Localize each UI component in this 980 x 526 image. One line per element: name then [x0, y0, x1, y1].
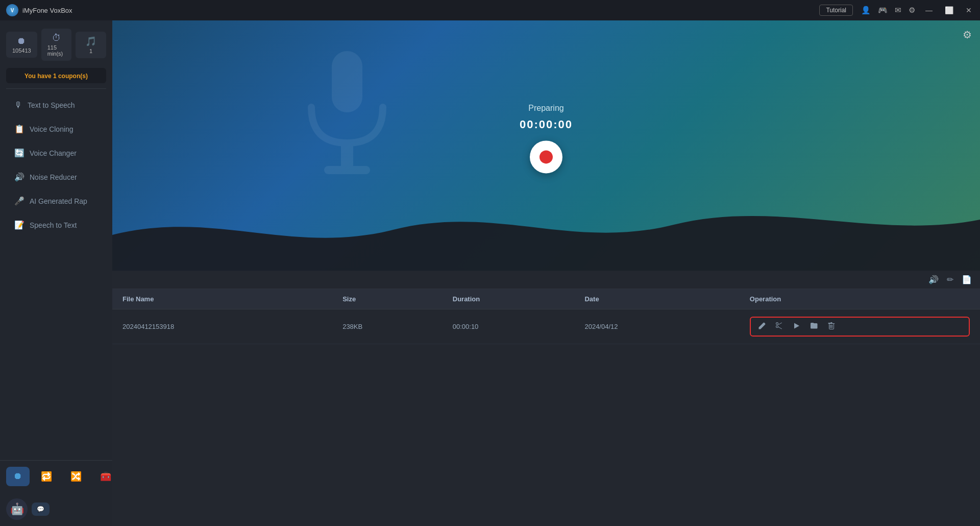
timer-display: 00:00:00	[520, 118, 573, 131]
record-dot	[540, 150, 553, 163]
status-label: Preparing	[528, 104, 564, 113]
record-nav-icon: ⏺	[13, 471, 22, 482]
tools-nav-icon: 🧰	[100, 471, 111, 482]
sidebar-label-ai-generated-rap: AI Generated Rap	[30, 197, 87, 205]
td-duration: 00:00:10	[453, 323, 585, 330]
voices-value: 1	[89, 48, 92, 54]
characters-value: 105413	[12, 47, 31, 54]
close-button[interactable]: ✕	[964, 5, 974, 15]
maximize-button[interactable]: ⬜	[943, 5, 955, 15]
wave-decoration	[112, 199, 980, 271]
chatbot-area[interactable]: 🤖 💬	[0, 492, 112, 526]
td-date: 2024/04/12	[584, 323, 749, 330]
file-table: File Name Size Duration Date Operation 2…	[112, 289, 980, 526]
op-folder-button[interactable]	[808, 320, 820, 333]
export-toolbar-icon[interactable]: 📄	[962, 275, 972, 284]
watermark-mic-icon	[291, 41, 403, 184]
edit-toolbar-icon[interactable]: ✏	[947, 275, 953, 284]
loop-nav-icon: 🔁	[41, 471, 52, 482]
titlebar: V iMyFone VoxBox Tutorial 👤 🎮 ✉ ⚙ — ⬜ ✕	[0, 0, 980, 20]
discord-icon[interactable]: 🎮	[878, 6, 888, 15]
titlebar-icons: 👤 🎮 ✉ ⚙	[861, 6, 915, 15]
file-list-area: 🔊 ✏ 📄 File Name Size Duration Date Opera…	[112, 271, 980, 526]
th-operation: Operation	[750, 295, 970, 303]
sidebar-item-ai-generated-rap[interactable]: 🎤 AI Generated Rap	[4, 189, 108, 212]
file-toolbar: 🔊 ✏ 📄	[112, 271, 980, 289]
th-filename: File Name	[122, 295, 342, 303]
th-date: Date	[584, 295, 749, 303]
sidebar-item-speech-to-text[interactable]: 📝 Speech to Text	[4, 213, 108, 236]
sidebar-label-text-to-speech: Text to Speech	[28, 101, 75, 109]
sidebar-item-voice-changer[interactable]: 🔄 Voice Changer	[4, 141, 108, 164]
stat-characters: ⏺ 105413	[6, 32, 37, 58]
recorder-center: Preparing 00:00:00	[520, 104, 573, 173]
sidebar-item-text-to-speech[interactable]: 🎙 Text to Speech	[4, 94, 108, 116]
op-cut-button[interactable]	[773, 320, 786, 333]
minimize-button[interactable]: —	[923, 5, 935, 15]
voice-changer-icon: 🔄	[14, 148, 24, 158]
svg-rect-2	[324, 166, 370, 174]
sidebar: ⏺ 105413 ⏱ 115 min(s) 🎵 1 You have 1 cou…	[0, 20, 112, 526]
coupon-banner[interactable]: You have 1 coupon(s)	[6, 68, 106, 83]
record-button[interactable]	[530, 140, 562, 173]
characters-icon: ⏺	[17, 36, 26, 46]
minutes-value: 115 min(s)	[47, 44, 66, 57]
recorder-settings-button[interactable]: ⚙	[963, 29, 972, 41]
app-title: iMyFone VoxBox	[22, 7, 819, 14]
operation-highlight-box	[750, 317, 970, 337]
table-header: File Name Size Duration Date Operation	[112, 289, 980, 309]
td-filename: 20240412153918	[122, 323, 342, 330]
th-size: Size	[342, 295, 453, 303]
sidebar-item-voice-cloning[interactable]: 📋 Voice Cloning	[4, 117, 108, 140]
window-controls: — ⬜ ✕	[923, 5, 974, 15]
td-size: 238KB	[342, 323, 453, 330]
table-row: 20240412153918 238KB 00:00:10 2024/04/12	[112, 309, 980, 344]
op-delete-button[interactable]	[825, 320, 838, 333]
app-logo: V	[6, 4, 18, 16]
op-edit-button[interactable]	[756, 320, 768, 333]
coupon-text: You have 1 coupon(s)	[24, 73, 88, 80]
profile-icon[interactable]: 👤	[861, 6, 871, 15]
bottom-nav-record[interactable]: ⏺	[6, 467, 30, 486]
sidebar-label-noise-reducer: Noise Reducer	[30, 173, 77, 181]
bottom-nav-loop[interactable]: 🔁	[34, 467, 59, 486]
tutorial-button[interactable]: Tutorial	[819, 5, 853, 16]
th-duration: Duration	[453, 295, 585, 303]
stat-minutes: ⏱ 115 min(s)	[41, 29, 72, 61]
minutes-icon: ⏱	[52, 33, 61, 43]
main-layout: ⏺ 105413 ⏱ 115 min(s) 🎵 1 You have 1 cou…	[0, 20, 980, 526]
stat-voices: 🎵 1	[76, 32, 106, 58]
voices-icon: 🎵	[85, 36, 96, 47]
sidebar-item-noise-reducer[interactable]: 🔊 Noise Reducer	[4, 165, 108, 188]
svg-rect-1	[341, 143, 353, 169]
sidebar-label-voice-cloning: Voice Cloning	[30, 125, 74, 133]
op-play-button[interactable]	[791, 320, 803, 333]
text-to-speech-icon: 🎙	[14, 101, 22, 110]
sidebar-bottom-nav: ⏺ 🔁 🔀 🧰	[0, 460, 112, 492]
voice-cloning-icon: 📋	[14, 124, 24, 134]
content-area: ⚙ Preparing 00:00:00 🔊 ✏ 📄	[112, 20, 980, 526]
shuffle-nav-icon: 🔀	[70, 471, 82, 482]
sidebar-label-voice-changer: Voice Changer	[30, 149, 77, 157]
ai-generated-rap-icon: 🎤	[14, 196, 24, 206]
sidebar-stats: ⏺ 105413 ⏱ 115 min(s) 🎵 1	[0, 20, 112, 65]
volume-toolbar-icon[interactable]: 🔊	[928, 275, 939, 284]
mail-icon[interactable]: ✉	[895, 6, 901, 15]
sidebar-nav: 🎙 Text to Speech 📋 Voice Cloning 🔄 Voice…	[0, 89, 112, 460]
bottom-nav-shuffle[interactable]: 🔀	[63, 467, 89, 486]
recorder-panel: ⚙ Preparing 00:00:00	[112, 20, 980, 271]
settings-icon[interactable]: ⚙	[909, 6, 915, 15]
chatbot-icon: 🤖	[6, 498, 28, 520]
sidebar-label-speech-to-text: Speech to Text	[30, 221, 77, 229]
chatbot-bubble: 💬	[32, 503, 50, 516]
svg-rect-0	[332, 51, 362, 112]
noise-reducer-icon: 🔊	[14, 172, 24, 182]
td-operation	[750, 317, 970, 337]
speech-to-text-icon: 📝	[14, 220, 24, 230]
